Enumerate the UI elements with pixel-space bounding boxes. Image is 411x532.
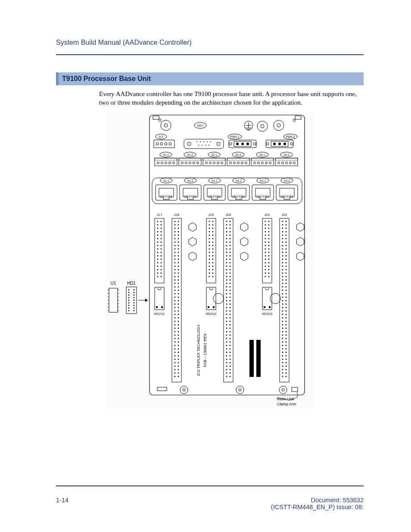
svg-text:S1-2: S1-2 bbox=[187, 153, 193, 156]
svg-point-383 bbox=[212, 276, 214, 277]
svg-point-371 bbox=[212, 255, 214, 256]
svg-point-344 bbox=[178, 369, 179, 370]
svg-point-317 bbox=[174, 324, 176, 325]
svg-point-410 bbox=[230, 262, 231, 263]
svg-point-291 bbox=[174, 279, 176, 280]
svg-point-274 bbox=[178, 248, 179, 249]
svg-point-555 bbox=[282, 293, 283, 294]
svg-point-268 bbox=[178, 238, 179, 239]
svg-point-509 bbox=[268, 272, 270, 274]
svg-point-535 bbox=[282, 258, 283, 260]
svg-point-522 bbox=[286, 234, 287, 236]
svg-point-357 bbox=[212, 231, 214, 232]
svg-point-601 bbox=[282, 372, 283, 373]
svg-point-418 bbox=[230, 276, 231, 277]
svg-point-31 bbox=[209, 145, 209, 146]
svg-point-451 bbox=[226, 334, 227, 336]
svg-point-513 bbox=[282, 221, 283, 222]
svg-point-306 bbox=[178, 303, 179, 305]
svg-point-270 bbox=[178, 241, 179, 243]
svg-point-333 bbox=[174, 352, 176, 353]
svg-point-542 bbox=[286, 269, 287, 270]
svg-rect-613 bbox=[213, 306, 215, 308]
svg-point-345 bbox=[174, 372, 176, 373]
svg-point-510 bbox=[265, 276, 266, 277]
svg-point-579 bbox=[282, 334, 283, 336]
svg-point-501 bbox=[268, 258, 270, 260]
svg-point-464 bbox=[230, 355, 231, 356]
svg-point-244 bbox=[157, 258, 159, 260]
svg-point-421 bbox=[226, 283, 227, 284]
svg-point-449 bbox=[226, 331, 227, 332]
svg-point-329 bbox=[174, 345, 176, 346]
svg-point-336 bbox=[178, 355, 179, 356]
svg-point-536 bbox=[286, 258, 287, 260]
svg-point-414 bbox=[230, 269, 231, 270]
svg-point-358 bbox=[209, 234, 210, 236]
svg-point-459 bbox=[226, 348, 227, 349]
svg-point-324 bbox=[178, 334, 179, 336]
svg-point-554 bbox=[286, 289, 287, 291]
svg-point-367 bbox=[212, 248, 214, 249]
svg-point-395 bbox=[226, 238, 227, 239]
svg-point-565 bbox=[282, 310, 283, 311]
svg-point-408 bbox=[230, 258, 231, 260]
svg-point-353 bbox=[212, 224, 214, 225]
svg-point-406 bbox=[230, 255, 231, 256]
svg-point-81 bbox=[134, 299, 135, 301]
vtext1: ICS TRIPLEX TECHNOLOGY bbox=[196, 324, 201, 376]
svg-point-587 bbox=[282, 348, 283, 349]
callout-line2: Clamp Arm bbox=[277, 402, 296, 406]
svg-point-531 bbox=[282, 252, 283, 253]
svg-point-438 bbox=[230, 310, 231, 311]
svg-point-572 bbox=[286, 320, 287, 322]
svg-text:E2-1: E2-1 bbox=[212, 179, 218, 182]
svg-text:S1-1: S1-1 bbox=[163, 153, 169, 156]
svg-text:E1-2: E1-2 bbox=[187, 179, 193, 182]
svg-point-87 bbox=[134, 307, 135, 308]
svg-point-330 bbox=[178, 345, 179, 346]
svg-point-380 bbox=[209, 272, 210, 274]
svg-point-589 bbox=[282, 352, 283, 353]
svg-point-280 bbox=[178, 258, 179, 260]
page-number: 1-14 bbox=[56, 497, 68, 510]
svg-point-532 bbox=[286, 252, 287, 253]
svg-point-602 bbox=[286, 372, 287, 373]
svg-point-386 bbox=[230, 221, 231, 222]
svg-point-492 bbox=[265, 245, 266, 246]
svg-text:E1-1: E1-1 bbox=[163, 179, 169, 182]
svg-point-460 bbox=[230, 348, 231, 349]
svg-point-356 bbox=[209, 231, 210, 232]
svg-point-478 bbox=[265, 221, 266, 222]
svg-text:E3-2: E3-2 bbox=[284, 179, 290, 182]
svg-point-470 bbox=[230, 365, 231, 367]
svg-point-325 bbox=[174, 338, 176, 339]
svg-text:J20: J20 bbox=[226, 213, 231, 217]
svg-point-391 bbox=[226, 231, 227, 232]
svg-point-534 bbox=[286, 255, 287, 256]
svg-point-258 bbox=[178, 221, 179, 222]
svg-point-537 bbox=[282, 262, 283, 263]
svg-point-250 bbox=[157, 269, 159, 270]
svg-rect-609 bbox=[161, 306, 163, 308]
svg-point-310 bbox=[178, 310, 179, 311]
svg-point-304 bbox=[178, 300, 179, 301]
svg-point-289 bbox=[174, 276, 176, 277]
svg-point-488 bbox=[265, 238, 266, 239]
svg-point-327 bbox=[174, 341, 176, 342]
svg-point-595 bbox=[282, 362, 283, 363]
svg-point-431 bbox=[226, 300, 227, 301]
svg-point-581 bbox=[282, 338, 283, 339]
svg-point-504 bbox=[265, 265, 266, 267]
svg-point-276 bbox=[178, 252, 179, 253]
svg-point-82 bbox=[128, 302, 130, 303]
svg-point-497 bbox=[268, 252, 270, 253]
svg-point-461 bbox=[226, 352, 227, 353]
svg-point-228 bbox=[157, 231, 159, 232]
svg-point-236 bbox=[157, 245, 159, 246]
svg-point-490 bbox=[265, 241, 266, 243]
svg-point-370 bbox=[209, 255, 210, 256]
svg-text:J19: J19 bbox=[209, 213, 214, 217]
svg-point-326 bbox=[178, 338, 179, 339]
svg-point-435 bbox=[226, 307, 227, 308]
